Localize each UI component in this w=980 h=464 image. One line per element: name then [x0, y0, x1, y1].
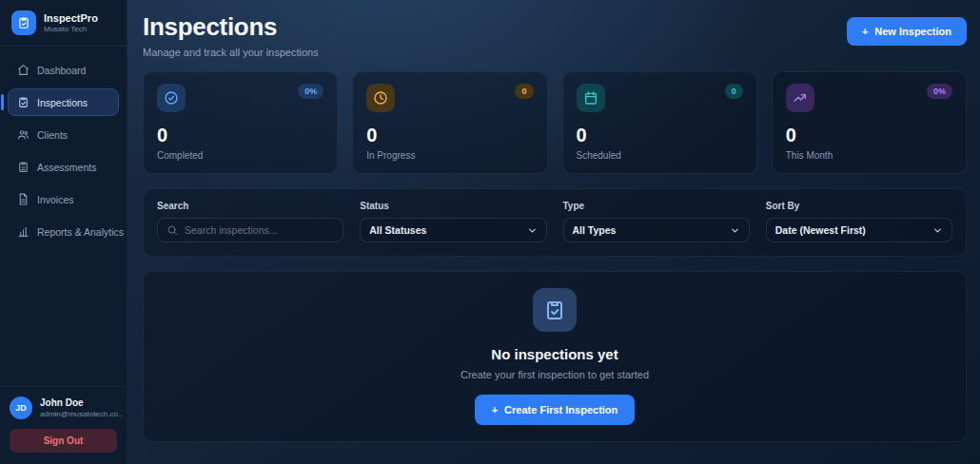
sign-out-button[interactable]: Sign Out [10, 429, 117, 453]
home-icon [17, 64, 29, 76]
stat-value: 0 [157, 125, 323, 146]
app-logo [11, 10, 36, 35]
user-name: John Doe [40, 397, 122, 410]
stat-label: Completed [157, 150, 323, 161]
sort-value: Date (Newest First) [775, 224, 866, 236]
sidebar-item-invoices[interactable]: Invoices [8, 185, 119, 213]
stat-label: Scheduled [577, 150, 743, 161]
status-label: Status [360, 201, 546, 211]
empty-state-title: No inspections yet [491, 346, 617, 362]
plus-icon: + [862, 26, 868, 37]
user-section: JD John Doe admin@musatotech.co... Sign … [0, 386, 127, 464]
sidebar: InspectPro Musato Tech Dashboard Inspect… [0, 0, 127, 464]
brand-name: InspectPro [44, 12, 98, 25]
stat-value: 0 [786, 125, 952, 146]
page-subtitle: Manage and track all your inspections [143, 47, 319, 58]
sidebar-item-label: Clients [37, 129, 68, 141]
sidebar-item-clients[interactable]: Clients [8, 121, 119, 148]
stat-label: This Month [786, 150, 952, 161]
search-label: Search [157, 201, 343, 211]
sidebar-nav: Dashboard Inspections Clients Assessment… [0, 47, 127, 255]
chevron-down-icon [730, 225, 740, 236]
sidebar-item-label: Invoices [37, 194, 74, 205]
chevron-down-icon [932, 225, 943, 236]
stat-card-completed: 0% 0 Completed [143, 71, 338, 174]
brand-company: Musato Tech [44, 25, 98, 33]
brand: InspectPro Musato Tech [0, 0, 127, 47]
sidebar-item-label: Dashboard [37, 65, 86, 76]
stat-card-scheduled: 0 0 Scheduled [562, 71, 757, 174]
file-text-icon [17, 193, 29, 205]
chevron-down-icon [527, 225, 538, 236]
sidebar-item-assessments[interactable]: Assessments [8, 153, 119, 181]
sort-select[interactable]: Date (Newest First) [766, 218, 952, 242]
bar-chart-icon [17, 225, 29, 238]
sidebar-spacer [0, 255, 127, 386]
sort-field-group: Sort By Date (Newest First) [766, 201, 952, 242]
user-email: admin@musatotech.co... [40, 410, 122, 418]
stat-badge: 0% [298, 84, 323, 99]
search-box [157, 218, 343, 242]
type-value: All Types [573, 224, 617, 236]
stat-badge: 0 [725, 84, 743, 99]
sidebar-item-label: Assessments [37, 162, 96, 173]
search-field-group: Search [157, 201, 343, 242]
empty-state: No inspections yet Create your first ins… [143, 271, 967, 442]
type-field-group: Type All Types [563, 201, 750, 242]
user-info: JD John Doe admin@musatotech.co... [10, 396, 117, 419]
clock-icon [366, 84, 395, 112]
stats-grid: 0% 0 Completed 0 0 In Progress 0 0 [143, 71, 967, 174]
sidebar-item-dashboard[interactable]: Dashboard [8, 56, 119, 84]
stat-card-this-month: 0% 0 This Month [772, 71, 967, 174]
status-value: All Statuses [369, 224, 426, 236]
check-circle-icon [157, 84, 186, 112]
new-inspection-button[interactable]: + New Inspection [847, 17, 967, 46]
stat-value: 0 [577, 125, 743, 146]
create-first-inspection-label: Create First Inspection [504, 404, 617, 416]
filter-bar: Search Status All Statuses Type All Type… [143, 188, 967, 257]
clipboard-check-icon [533, 288, 577, 332]
users-icon [17, 128, 29, 141]
sidebar-item-label: Inspections [37, 97, 88, 108]
search-icon [167, 224, 178, 236]
calendar-icon [577, 84, 605, 112]
main-content: Inspections Manage and track all your in… [127, 0, 980, 464]
status-field-group: Status All Statuses [360, 201, 546, 242]
page-title: Inspections [143, 12, 319, 42]
clipboard-list-icon [17, 161, 29, 173]
stat-label: In Progress [366, 150, 533, 161]
search-input[interactable] [185, 224, 334, 236]
status-select[interactable]: All Statuses [360, 218, 546, 242]
sort-label: Sort By [766, 201, 952, 211]
clipboard-check-icon [17, 16, 30, 29]
page-header: Inspections Manage and track all your in… [143, 12, 967, 58]
avatar: JD [10, 396, 32, 419]
sidebar-item-reports-analytics[interactable]: Reports & Analytics [8, 218, 119, 245]
sidebar-item-label: Reports & Analytics [37, 226, 124, 238]
create-first-inspection-button[interactable]: + Create First Inspection [475, 395, 636, 425]
empty-state-subtitle: Create your first inspection to get star… [461, 369, 649, 380]
stat-value: 0 [366, 125, 533, 146]
stat-card-in-progress: 0 0 In Progress [352, 71, 547, 174]
trending-up-icon [786, 84, 814, 112]
clipboard-icon [17, 96, 29, 108]
stat-badge: 0 [515, 84, 533, 99]
new-inspection-label: New Inspection [874, 26, 951, 37]
stat-badge: 0% [927, 84, 952, 99]
sidebar-item-inspections[interactable]: Inspections [8, 88, 119, 116]
type-select[interactable]: All Types [563, 218, 750, 242]
type-label: Type [563, 201, 750, 211]
plus-icon: + [492, 404, 498, 416]
